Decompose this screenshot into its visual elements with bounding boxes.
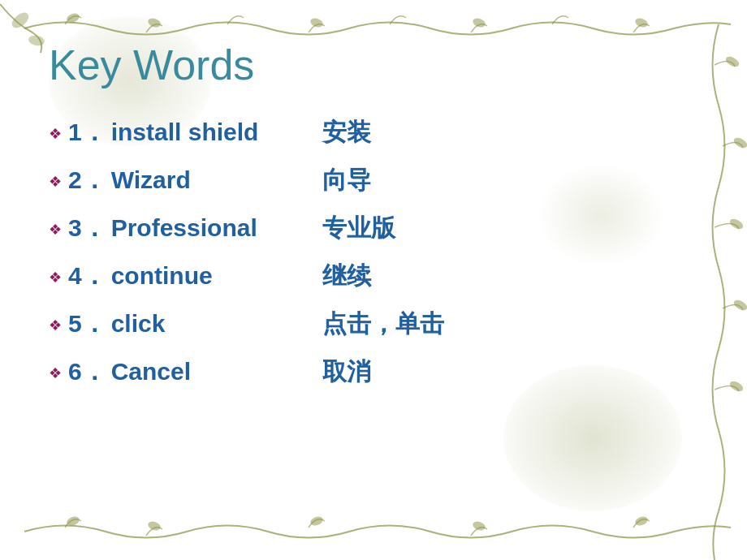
diamond-icon: ❖ <box>49 123 62 145</box>
slide: Key Words ❖ 1． install shield 安装 ❖ 2． Wi… <box>0 0 747 560</box>
item-english: Cancel <box>111 353 306 390</box>
item-chinese: 安装 <box>322 114 371 150</box>
vocab-item: ❖ 4． continue 继续 <box>49 257 698 294</box>
item-chinese: 专业版 <box>322 209 395 246</box>
svg-point-14 <box>309 515 324 528</box>
item-chinese: 取消 <box>322 353 371 390</box>
item-english: Wizard <box>111 162 306 198</box>
vocab-item: ❖ 5． click 点击，单击 <box>49 305 698 342</box>
diamond-icon: ❖ <box>49 171 62 193</box>
item-number: 6． <box>68 353 106 390</box>
main-content: Key Words ❖ 1． install shield 安装 ❖ 2． Wi… <box>0 0 747 433</box>
item-english: Professional <box>111 209 306 246</box>
page-title: Key Words <box>49 41 698 89</box>
diamond-icon: ❖ <box>49 315 62 337</box>
vocab-item: ❖ 6． Cancel 取消 <box>49 353 698 390</box>
vocabulary-list: ❖ 1． install shield 安装 ❖ 2． Wizard 向导 ❖ … <box>49 114 698 390</box>
vocab-item: ❖ 2． Wizard 向导 <box>49 162 698 198</box>
item-number: 1． <box>68 114 106 150</box>
svg-point-15 <box>472 520 486 532</box>
item-english: continue <box>111 257 306 294</box>
diamond-icon: ❖ <box>49 363 62 385</box>
item-english: install shield <box>111 114 306 150</box>
item-number: 2． <box>68 162 106 198</box>
item-chinese: 点击，单击 <box>322 305 444 342</box>
diamond-icon: ❖ <box>49 267 62 289</box>
item-number: 4． <box>68 257 106 294</box>
vocab-item: ❖ 3． Professional 专业版 <box>49 209 698 246</box>
svg-point-13 <box>147 520 162 532</box>
vine-border-bottom <box>0 503 747 560</box>
item-chinese: 向导 <box>322 162 371 198</box>
vocab-item: ❖ 1． install shield 安装 <box>49 114 698 150</box>
item-english: click <box>111 305 306 342</box>
diamond-icon: ❖ <box>49 219 62 241</box>
svg-point-16 <box>634 515 649 528</box>
item-number: 3． <box>68 209 106 246</box>
item-number: 5． <box>68 305 106 342</box>
item-chinese: 继续 <box>322 257 371 294</box>
